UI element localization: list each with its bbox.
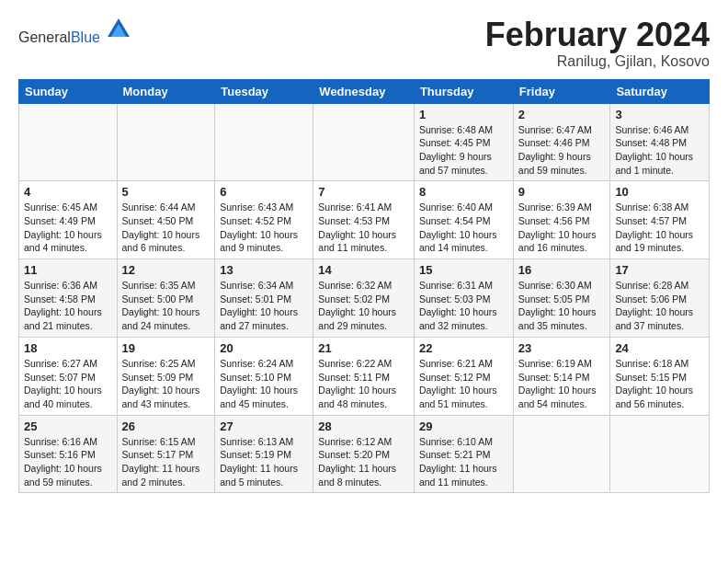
day-info: Sunrise: 6:16 AM Sunset: 5:16 PM Dayligh… [24, 435, 112, 489]
logo-blue-text: Blue [71, 29, 100, 45]
day-info: Sunrise: 6:40 AM Sunset: 4:54 PM Dayligh… [419, 201, 508, 255]
day-info: Sunrise: 6:18 AM Sunset: 5:15 PM Dayligh… [615, 357, 704, 411]
day-number: 2 [518, 108, 606, 121]
calendar-cell: 6Sunrise: 6:43 AM Sunset: 4:52 PM Daylig… [215, 181, 313, 259]
calendar-cell: 2Sunrise: 6:47 AM Sunset: 4:46 PM Daylig… [513, 103, 610, 181]
day-number: 26 [122, 419, 210, 433]
day-info: Sunrise: 6:36 AM Sunset: 4:58 PM Dayligh… [24, 279, 112, 333]
day-info: Sunrise: 6:13 AM Sunset: 5:19 PM Dayligh… [220, 435, 308, 489]
calendar-cell: 10Sunrise: 6:38 AM Sunset: 4:57 PM Dayli… [610, 181, 710, 259]
day-info: Sunrise: 6:10 AM Sunset: 5:21 PM Dayligh… [419, 435, 508, 489]
calendar-cell: 19Sunrise: 6:25 AM Sunset: 5:09 PM Dayli… [117, 337, 215, 415]
calendar-cell [513, 415, 610, 493]
day-number: 22 [419, 341, 508, 355]
day-number: 5 [122, 185, 210, 199]
day-info: Sunrise: 6:12 AM Sunset: 5:20 PM Dayligh… [318, 435, 409, 489]
day-number: 15 [419, 263, 508, 277]
col-header-thursday: Thursday [414, 79, 513, 103]
day-number: 6 [220, 185, 308, 199]
day-number: 13 [220, 263, 308, 277]
calendar-week-3: 11Sunrise: 6:36 AM Sunset: 4:58 PM Dayli… [19, 259, 710, 338]
day-number: 7 [318, 185, 409, 199]
day-info: Sunrise: 6:28 AM Sunset: 5:06 PM Dayligh… [615, 279, 704, 333]
day-number: 8 [419, 185, 508, 199]
day-info: Sunrise: 6:32 AM Sunset: 5:02 PM Dayligh… [318, 279, 409, 333]
day-number: 27 [220, 419, 308, 433]
day-number: 17 [615, 263, 704, 277]
calendar-cell [117, 103, 215, 181]
day-number: 28 [318, 419, 409, 433]
day-number: 12 [122, 263, 210, 277]
calendar-header-row: SundayMondayTuesdayWednesdayThursdayFrid… [19, 79, 710, 103]
logo-icon [106, 17, 131, 42]
calendar-cell: 12Sunrise: 6:35 AM Sunset: 5:00 PM Dayli… [117, 259, 215, 338]
day-info: Sunrise: 6:24 AM Sunset: 5:10 PM Dayligh… [220, 357, 308, 411]
day-info: Sunrise: 6:19 AM Sunset: 5:14 PM Dayligh… [518, 357, 606, 411]
col-header-sunday: Sunday [19, 79, 118, 103]
calendar-cell: 7Sunrise: 6:41 AM Sunset: 4:53 PM Daylig… [313, 181, 415, 259]
calendar-week-2: 4Sunrise: 6:45 AM Sunset: 4:49 PM Daylig… [19, 181, 710, 259]
day-info: Sunrise: 6:44 AM Sunset: 4:50 PM Dayligh… [122, 201, 210, 255]
calendar-week-5: 25Sunrise: 6:16 AM Sunset: 5:16 PM Dayli… [19, 415, 710, 493]
day-info: Sunrise: 6:25 AM Sunset: 5:09 PM Dayligh… [122, 357, 210, 411]
day-number: 4 [24, 185, 112, 199]
calendar-cell [215, 103, 313, 181]
calendar-cell: 18Sunrise: 6:27 AM Sunset: 5:07 PM Dayli… [19, 337, 118, 415]
calendar-title: February 2024 [485, 17, 710, 53]
day-number: 14 [318, 263, 409, 277]
day-info: Sunrise: 6:39 AM Sunset: 4:56 PM Dayligh… [518, 201, 606, 255]
calendar-cell: 25Sunrise: 6:16 AM Sunset: 5:16 PM Dayli… [19, 415, 118, 493]
day-info: Sunrise: 6:38 AM Sunset: 4:57 PM Dayligh… [615, 201, 704, 255]
calendar-cell: 29Sunrise: 6:10 AM Sunset: 5:21 PM Dayli… [414, 415, 513, 493]
day-info: Sunrise: 6:22 AM Sunset: 5:11 PM Dayligh… [318, 357, 409, 411]
calendar-cell: 20Sunrise: 6:24 AM Sunset: 5:10 PM Dayli… [215, 337, 313, 415]
day-info: Sunrise: 6:46 AM Sunset: 4:48 PM Dayligh… [615, 123, 704, 178]
calendar-cell: 14Sunrise: 6:32 AM Sunset: 5:02 PM Dayli… [313, 259, 415, 338]
day-number: 16 [518, 263, 606, 277]
calendar-week-4: 18Sunrise: 6:27 AM Sunset: 5:07 PM Dayli… [19, 337, 710, 415]
day-number: 18 [24, 341, 112, 355]
day-info: Sunrise: 6:48 AM Sunset: 4:45 PM Dayligh… [419, 123, 508, 178]
day-info: Sunrise: 6:31 AM Sunset: 5:03 PM Dayligh… [419, 279, 508, 333]
col-header-tuesday: Tuesday [215, 79, 313, 103]
day-info: Sunrise: 6:35 AM Sunset: 5:00 PM Dayligh… [122, 279, 210, 333]
calendar-cell: 24Sunrise: 6:18 AM Sunset: 5:15 PM Dayli… [610, 337, 710, 415]
day-number: 21 [318, 341, 409, 355]
calendar-cell: 9Sunrise: 6:39 AM Sunset: 4:56 PM Daylig… [513, 181, 610, 259]
day-number: 24 [615, 341, 704, 355]
col-header-saturday: Saturday [610, 79, 710, 103]
calendar-cell: 22Sunrise: 6:21 AM Sunset: 5:12 PM Dayli… [414, 337, 513, 415]
day-info: Sunrise: 6:21 AM Sunset: 5:12 PM Dayligh… [419, 357, 508, 411]
day-number: 23 [518, 341, 606, 355]
day-info: Sunrise: 6:47 AM Sunset: 4:46 PM Dayligh… [518, 123, 606, 178]
calendar-cell: 8Sunrise: 6:40 AM Sunset: 4:54 PM Daylig… [414, 181, 513, 259]
title-block: February 2024 Ranilug, Gjilan, Kosovo [485, 17, 710, 70]
day-info: Sunrise: 6:27 AM Sunset: 5:07 PM Dayligh… [24, 357, 112, 411]
calendar-cell: 23Sunrise: 6:19 AM Sunset: 5:14 PM Dayli… [513, 337, 610, 415]
day-info: Sunrise: 6:43 AM Sunset: 4:52 PM Dayligh… [220, 201, 308, 255]
day-info: Sunrise: 6:30 AM Sunset: 5:05 PM Dayligh… [518, 279, 606, 333]
day-number: 3 [615, 108, 704, 121]
col-header-friday: Friday [513, 79, 610, 103]
calendar-cell: 5Sunrise: 6:44 AM Sunset: 4:50 PM Daylig… [117, 181, 215, 259]
calendar-cell: 13Sunrise: 6:34 AM Sunset: 5:01 PM Dayli… [215, 259, 313, 338]
calendar-cell: 4Sunrise: 6:45 AM Sunset: 4:49 PM Daylig… [19, 181, 118, 259]
calendar-cell: 16Sunrise: 6:30 AM Sunset: 5:05 PM Dayli… [513, 259, 610, 338]
col-header-wednesday: Wednesday [313, 79, 415, 103]
day-number: 29 [419, 419, 508, 433]
calendar-cell [313, 103, 415, 181]
calendar-cell [610, 415, 710, 493]
day-number: 11 [24, 263, 112, 277]
day-info: Sunrise: 6:45 AM Sunset: 4:49 PM Dayligh… [24, 201, 112, 255]
calendar-cell [19, 103, 118, 181]
calendar-week-1: 1Sunrise: 6:48 AM Sunset: 4:45 PM Daylig… [19, 103, 710, 181]
day-number: 19 [122, 341, 210, 355]
calendar-cell: 17Sunrise: 6:28 AM Sunset: 5:06 PM Dayli… [610, 259, 710, 338]
day-info: Sunrise: 6:34 AM Sunset: 5:01 PM Dayligh… [220, 279, 308, 333]
day-number: 10 [615, 185, 704, 199]
calendar-cell: 27Sunrise: 6:13 AM Sunset: 5:19 PM Dayli… [215, 415, 313, 493]
day-info: Sunrise: 6:15 AM Sunset: 5:17 PM Dayligh… [122, 435, 210, 489]
day-number: 20 [220, 341, 308, 355]
day-number: 9 [518, 185, 606, 199]
page-header: GeneralBlue February 2024 Ranilug, Gjila… [18, 17, 710, 70]
